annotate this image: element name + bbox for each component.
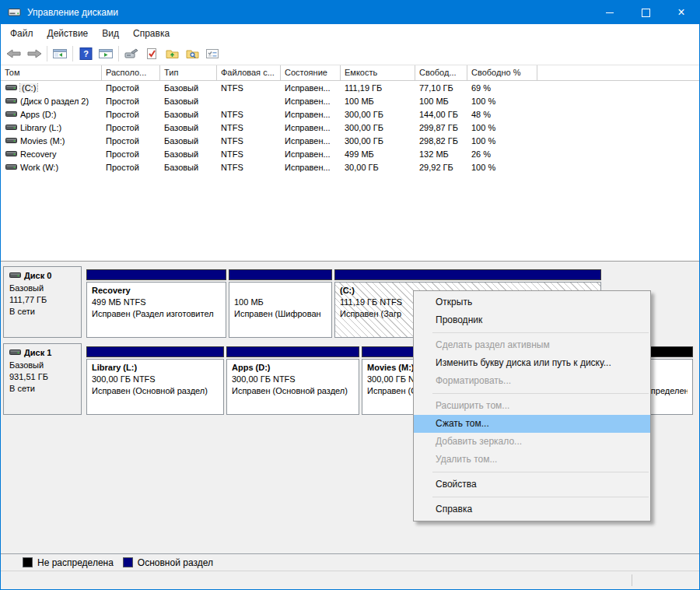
menu-file[interactable]: Файл — [3, 26, 40, 41]
folder-up-icon[interactable] — [162, 44, 182, 63]
disk-label-1[interactable]: Диск 1Базовый931,51 ГБВ сети — [3, 343, 82, 415]
volume-row-apps[interactable]: Apps (D:)ПростойБазовыйNTFSИсправен...30… — [1, 107, 699, 121]
titlebar[interactable]: Управление дисками × — [1, 1, 699, 24]
action-pane-icon[interactable] — [96, 44, 116, 63]
disk-name-text: Диск 1 — [24, 348, 51, 357]
check-disk-icon[interactable] — [142, 44, 162, 63]
context-menu-item-open[interactable]: Открыть — [414, 293, 650, 311]
disk-info-line: В сети — [9, 383, 75, 395]
view-settings-icon[interactable] — [202, 44, 222, 63]
cell-type: Базовый — [160, 97, 217, 106]
partition-size-line: 100 МБ — [234, 297, 327, 308]
column-header-filler — [537, 65, 699, 80]
console-tree-icon[interactable] — [50, 44, 70, 63]
partition-body: Library (L:)300,00 ГБ NTFSИсправен (Осно… — [86, 359, 224, 415]
volume-drive-icon — [5, 124, 17, 131]
volume-rows: (C:)ПростойБазовыйNTFSИсправен...111,19 … — [1, 81, 699, 174]
volume-row-disk0-partition2[interactable]: (Диск 0 раздел 2)ПростойБазовыйИсправен.… — [1, 94, 699, 107]
cell-free_pct: 26 % — [467, 149, 537, 159]
context-menu-item-change-drive-letter[interactable]: Изменить букву диска или путь к диску... — [414, 354, 650, 372]
partition-status-line: Исправен (Шифрован — [234, 308, 327, 320]
device-manager-icon[interactable] — [121, 44, 142, 63]
cell-capacity: 111,19 ГБ — [341, 83, 415, 93]
disk-info-line: В сети — [9, 306, 75, 318]
partition-recovery[interactable]: Recovery499 МБ NTFSИсправен (Раздел изго… — [86, 269, 226, 338]
back-icon[interactable] — [4, 44, 24, 63]
volume-name: Recovery — [20, 149, 56, 159]
cell-free_pct: 48 % — [467, 110, 537, 119]
cell-layout: Простой — [102, 136, 160, 146]
volume-row-c[interactable]: (C:)ПростойБазовыйNTFSИсправен...111,19 … — [1, 81, 699, 94]
cell-free: 132 МБ — [415, 149, 467, 159]
volume-row-work[interactable]: Work (W:)ПростойБазовыйNTFSИсправен...30… — [1, 160, 699, 174]
help-icon[interactable]: ? — [75, 44, 96, 63]
menu-action[interactable]: Действие — [40, 26, 96, 41]
column-header-type[interactable]: Тип — [160, 65, 217, 80]
column-header-fs[interactable]: Файловая с... — [217, 65, 281, 80]
context-menu-item-mark-partition-active[interactable]: Сделать раздел активным — [414, 336, 650, 354]
legend-item-primary-partition: Основной раздел — [123, 557, 213, 568]
context-menu-item-explorer[interactable]: Проводник — [414, 311, 650, 329]
column-header-free[interactable]: Свобод... — [415, 65, 467, 80]
disk-management-window: Управление дисками × ФайлДействиеВидСпра… — [0, 0, 700, 590]
cell-free: 100 МБ — [415, 97, 467, 106]
partition-size-line: 300,00 ГБ NTFS — [232, 374, 354, 385]
svg-text:?: ? — [83, 49, 89, 58]
volume-row-library[interactable]: Library (L:)ПростойБазовыйNTFSИсправен..… — [1, 121, 699, 134]
disk-info-line: 931,51 ГБ — [9, 371, 75, 383]
close-button[interactable]: × — [663, 1, 699, 24]
cell-fs: NTFS — [217, 149, 281, 159]
partition-status-line: Исправен (Основной раздел) — [232, 385, 354, 397]
cell-volume: Movies (M:) — [1, 136, 102, 146]
cell-type: Базовый — [160, 149, 217, 159]
cell-type: Базовый — [160, 163, 217, 172]
partition-body: Recovery499 МБ NTFSИсправен (Раздел изго… — [86, 282, 226, 338]
forward-icon[interactable] — [24, 44, 44, 63]
volume-name: (C:) — [20, 83, 37, 93]
context-menu-item-help[interactable]: Справка — [414, 500, 650, 518]
context-menu-item-add-mirror[interactable]: Добавить зеркало... — [414, 433, 650, 451]
context-menu: ОткрытьПроводникСделать раздел активнымИ… — [413, 290, 651, 522]
status-bar-divider — [632, 574, 632, 586]
folder-search-icon[interactable] — [182, 44, 202, 63]
partition-disk0-partition2[interactable]: 100 МБИсправен (Шифрован — [229, 269, 332, 338]
context-menu-item-delete-volume[interactable]: Удалить том... — [414, 451, 650, 469]
volume-row-movies[interactable]: Movies (M:)ПростойБазовыйNTFSИсправен...… — [1, 134, 699, 147]
column-header-volume[interactable]: Том — [1, 65, 102, 80]
column-header-status[interactable]: Состояние — [281, 65, 341, 80]
cell-free_pct: 69 % — [467, 83, 537, 93]
cell-volume: Recovery — [1, 149, 102, 159]
cell-free: 298,82 ГБ — [415, 136, 467, 146]
column-header-free_pct[interactable]: Свободно % — [467, 65, 537, 80]
context-menu-item-format[interactable]: Форматировать... — [414, 372, 650, 390]
maximize-button[interactable] — [628, 1, 663, 24]
volume-drive-icon — [5, 97, 17, 104]
cell-free: 299,87 ГБ — [415, 123, 467, 132]
status-bar — [1, 571, 699, 589]
column-header-capacity[interactable]: Емкость — [341, 65, 415, 80]
minimize-button[interactable] — [592, 1, 628, 24]
menu-view[interactable]: Вид — [95, 26, 126, 41]
context-menu-item-shrink-volume[interactable]: Сжать том... — [414, 415, 650, 433]
partition-name-line: Recovery — [92, 285, 221, 297]
menu-bar: ФайлДействиеВидСправка — [1, 24, 699, 42]
cell-fs: NTFS — [217, 83, 281, 93]
volume-name: Library (L:) — [20, 123, 61, 132]
cell-status: Исправен... — [281, 123, 341, 132]
menu-help[interactable]: Справка — [126, 26, 177, 41]
column-header-layout[interactable]: Располо... — [102, 65, 160, 80]
minimize-icon — [606, 12, 614, 13]
disk-info-line: 111,77 ГБ — [9, 294, 75, 306]
maximize-icon — [642, 9, 650, 17]
window-controls: × — [592, 1, 699, 24]
cell-fs: NTFS — [217, 136, 281, 146]
cell-layout: Простой — [102, 163, 160, 172]
context-menu-item-extend-volume[interactable]: Расширить том... — [414, 397, 650, 415]
disk-label-0[interactable]: Диск 0Базовый111,77 ГБВ сети — [3, 266, 82, 338]
volume-row-recovery[interactable]: RecoveryПростойБазовыйNTFSИсправен...499… — [1, 147, 699, 160]
partition-size-line: 300,00 ГБ NTFS — [92, 374, 219, 385]
volume-name: (Диск 0 раздел 2) — [20, 97, 89, 106]
partition-library[interactable]: Library (L:)300,00 ГБ NTFSИсправен (Осно… — [86, 346, 224, 415]
context-menu-item-properties[interactable]: Свойства — [414, 476, 650, 493]
partition-apps[interactable]: Apps (D:)300,00 ГБ NTFSИсправен (Основно… — [226, 346, 359, 415]
